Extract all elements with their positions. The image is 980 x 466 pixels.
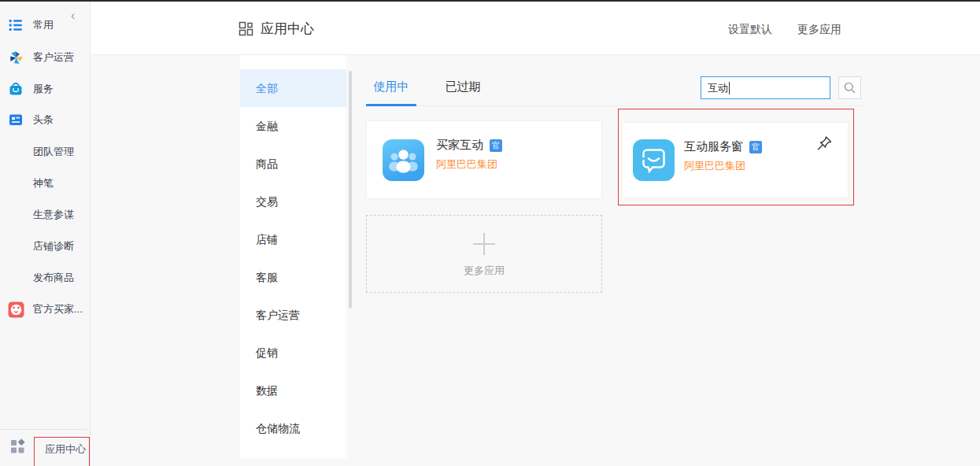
category-finance[interactable]: 金融 — [240, 107, 346, 145]
main-header — [91, 2, 980, 55]
category-data[interactable]: 数据 — [240, 372, 346, 409]
category-all[interactable]: 全部 — [240, 69, 346, 107]
more-apps-tile[interactable]: 更多应用 — [366, 215, 602, 293]
sidebar-item-label: 发布商品 — [33, 271, 74, 285]
annotation-box-card — [618, 109, 854, 205]
page-title: 应用中心 — [261, 20, 314, 38]
app-grid-icon — [10, 438, 26, 454]
official-badge: 官 — [490, 139, 502, 152]
people-icon — [383, 139, 424, 181]
bag-icon — [7, 80, 24, 98]
news-icon — [7, 111, 24, 128]
magnifier-icon — [843, 81, 856, 94]
sidebar-item-label: 生意参谋 — [33, 208, 74, 222]
sidebar-item-label: 头条 — [33, 113, 54, 127]
category-service[interactable]: 客服 — [240, 258, 346, 296]
category-scrollbar[interactable] — [349, 71, 352, 309]
sidebar-item-label: 团队管理 — [33, 145, 74, 159]
search-input[interactable]: 互动 — [701, 76, 830, 99]
app-provider-link[interactable]: 阿里巴巴集团 — [436, 157, 497, 172]
sidebar-item-label: 服务 — [33, 82, 54, 96]
sidebar-item-kehuyunying[interactable]: 客户运营 — [0, 46, 91, 69]
pinwheel-icon — [7, 49, 24, 66]
category-warehouse-logistics[interactable]: 仓储物流 — [240, 409, 346, 447]
category-shop[interactable]: 店铺 — [240, 220, 346, 258]
plus-icon — [471, 231, 497, 257]
active-tab-underline — [366, 104, 416, 106]
set-default-button[interactable]: 设置默认 — [728, 23, 772, 37]
sidebar-item-label: 客户运营 — [33, 50, 74, 65]
app-center-screen: ‹ 常用 客户运营 — [0, 0, 980, 466]
sidebar-item-dianpuzhenduan[interactable]: 店铺诊断 — [0, 235, 91, 258]
category-promotion[interactable]: 促销 — [240, 334, 346, 372]
sidebar-item-shenbi[interactable]: 神笔 — [0, 172, 91, 195]
panda-icon — [7, 301, 24, 318]
tab-expired[interactable]: 已过期 — [443, 77, 483, 104]
sidebar-item-fuwu[interactable]: 服务 — [0, 77, 91, 101]
sidebar-item-toutiao[interactable]: 头条 — [0, 108, 91, 131]
text-caret — [729, 82, 730, 94]
list-icon — [7, 17, 24, 34]
category-panel: 全部 金融 商品 交易 店铺 客服 客户运营 促销 数据 仓储物流 — [240, 55, 346, 458]
sidebar-item-label: 常用 — [33, 18, 54, 32]
more-apps-button[interactable]: 更多应用 — [797, 23, 841, 37]
sidebar-divider — [0, 429, 87, 430]
sidebar-item-label: 神笔 — [33, 176, 54, 190]
sidebar-item-tuanduiguanli[interactable]: 团队管理 — [0, 140, 91, 164]
sidebar-item-changyong[interactable]: 常用 — [0, 13, 91, 37]
sidebar-item-label: 官方买家... — [33, 302, 83, 316]
search-input-value: 互动 — [708, 81, 728, 95]
app-card-maijiahudong[interactable]: 买家互动 官 阿里巴巴集团 — [366, 120, 602, 199]
left-sidebar: ‹ 常用 客户运营 — [0, 2, 91, 466]
category-customer-ops[interactable]: 客户运营 — [240, 296, 346, 334]
sidebar-item-fabushangpin[interactable]: 发布商品 — [0, 266, 91, 290]
sidebar-item-guanfangmaijia[interactable]: 官方买家... — [0, 298, 91, 321]
search-button[interactable] — [838, 76, 861, 99]
tab-in-use[interactable]: 使用中 — [366, 77, 416, 104]
category-trade[interactable]: 交易 — [240, 183, 346, 220]
grid-icon — [239, 21, 253, 36]
more-apps-label: 更多应用 — [464, 264, 505, 278]
sidebar-item-shengyicanmou[interactable]: 生意参谋 — [0, 203, 91, 227]
category-goods[interactable]: 商品 — [240, 145, 346, 183]
sidebar-item-label: 店铺诊断 — [33, 239, 74, 253]
page-title-group: 应用中心 — [239, 20, 314, 37]
annotation-box-app-center — [34, 437, 90, 466]
app-name: 买家互动 — [436, 138, 483, 153]
